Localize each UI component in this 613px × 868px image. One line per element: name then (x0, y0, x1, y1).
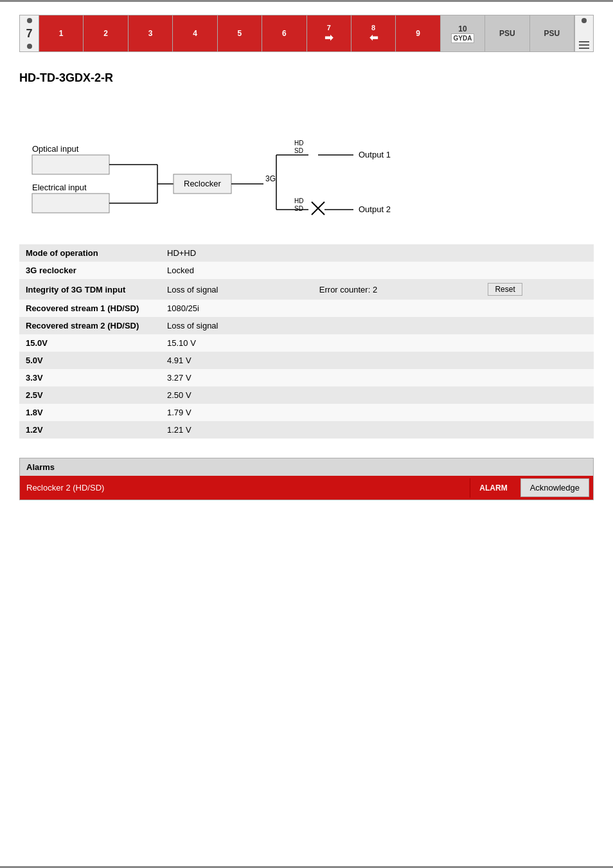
slot-2[interactable]: 2 (84, 15, 128, 51)
alarm-name: Reclocker 2 (HD/SD) (20, 478, 470, 498)
slot-1-label: 1 (59, 29, 64, 38)
psu1-label: PSU (499, 29, 515, 38)
row-label: 5.0V (19, 352, 161, 369)
row-action (481, 262, 594, 279)
table-row: Integrity of 3G TDM input Loss of signal… (19, 279, 594, 300)
row-action: Reset (481, 279, 594, 300)
row-value: Locked (161, 262, 313, 279)
table-row: 1.8V 1.79 V (19, 404, 594, 421)
slot-9[interactable]: 9 (396, 15, 440, 51)
row-value: 1.21 V (161, 421, 313, 439)
row-label: Mode of operation (19, 244, 161, 262)
slot-7-icon: ➡ (324, 32, 333, 44)
table-row: 15.0V 15.10 V (19, 334, 594, 352)
slot-psu2[interactable]: PSU (530, 15, 574, 51)
optical-input-label: Optical input (32, 144, 79, 154)
row-value: 15.10 V (161, 334, 313, 352)
format-3g-label: 3G (265, 174, 276, 183)
slot-8[interactable]: 8 ⬅ (351, 15, 396, 51)
table-row: 2.5V 2.50 V (19, 386, 594, 404)
row-extra (313, 300, 482, 317)
slot-5-label: 5 (238, 29, 242, 38)
status-table: Mode of operation HD+HD 3G reclocker Loc… (19, 244, 594, 439)
acknowledge-button[interactable]: Acknowledge (520, 478, 589, 497)
row-action (481, 317, 594, 334)
slot-indicator-right (574, 15, 593, 51)
output1-label: Output 1 (359, 150, 391, 159)
svg-rect-2 (32, 194, 109, 213)
row-label: 3G reclocker (19, 262, 161, 279)
dot-top-left (27, 18, 32, 23)
table-row: 5.0V 4.91 V (19, 352, 594, 369)
row-label: 3.3V (19, 369, 161, 386)
diagram-area: Optical input Electrical input Reclocker… (19, 100, 594, 229)
row-label: Recovered stream 1 (HD/SD) (19, 300, 161, 317)
electrical-input-label: Electrical input (32, 183, 87, 192)
slot-1[interactable]: 1 (39, 15, 84, 51)
table-row: 1.2V 1.21 V (19, 421, 594, 439)
row-value: Loss of signal (161, 279, 313, 300)
row-value: 1.79 V (161, 404, 313, 421)
dot-bottom-left (27, 44, 32, 49)
slot-2-label: 2 (103, 29, 108, 38)
output2-label: Output 2 (359, 204, 391, 214)
row-value: 4.91 V (161, 352, 313, 369)
alarm-badge: ALARM (470, 478, 516, 498)
table-row: Recovered stream 2 (HD/SD) Loss of signa… (19, 317, 594, 334)
row-label: 15.0V (19, 334, 161, 352)
page-title: HD-TD-3GDX-2-R (19, 71, 594, 85)
hd-sd-bottom-label: HD (294, 197, 303, 204)
table-row: 3G reclocker Locked (19, 262, 594, 279)
dot-top-right (582, 18, 587, 23)
table-row: Mode of operation HD+HD (19, 244, 594, 262)
row-label: 2.5V (19, 386, 161, 404)
psu2-label: PSU (544, 29, 560, 38)
slot-number: 7 (26, 23, 32, 44)
reset-button[interactable]: Reset (488, 283, 522, 296)
row-value: 1080/25i (161, 300, 313, 317)
row-value: 2.50 V (161, 386, 313, 404)
gyda-label: GYDA (451, 33, 475, 43)
row-label: 1.2V (19, 421, 161, 439)
table-row: Recovered stream 1 (HD/SD) 1080/25i (19, 300, 594, 317)
svg-rect-0 (32, 155, 109, 174)
slot-bar: 7 1 2 3 4 5 6 7 ➡ (19, 15, 594, 52)
slot-8-label: 8 (371, 24, 375, 32)
slot-3[interactable]: 3 (129, 15, 173, 51)
slot-7-label: 7 (327, 24, 331, 32)
slot-7[interactable]: 7 ➡ (307, 15, 351, 51)
row-value: HD+HD (161, 244, 313, 262)
row-label: Integrity of 3G TDM input (19, 279, 161, 300)
reclocker-label: Reclocker (184, 179, 221, 188)
slot-10[interactable]: 10 GYDA (441, 15, 485, 51)
row-action (481, 244, 594, 262)
slot-8-icon: ⬅ (369, 32, 378, 44)
row-value: Loss of signal (161, 317, 313, 334)
row-extra: Error counter: 2 (313, 279, 482, 300)
row-extra (313, 317, 482, 334)
table-row: 3.3V 3.27 V (19, 369, 594, 386)
row-label: 1.8V (19, 404, 161, 421)
alarm-row: Reclocker 2 (HD/SD) ALARM Acknowledge (20, 476, 593, 500)
slot-4-label: 4 (193, 29, 197, 38)
slot-psu1[interactable]: PSU (485, 15, 529, 51)
hd-sd-top-label: HD (294, 140, 303, 147)
slot-6-label: 6 (282, 29, 287, 38)
svg-text:SD: SD (294, 205, 303, 212)
row-extra (313, 244, 482, 262)
slot-5[interactable]: 5 (218, 15, 262, 51)
row-extra (313, 262, 482, 279)
lines-right (579, 41, 589, 49)
alarms-header: Alarms (20, 458, 593, 476)
slot-4[interactable]: 4 (173, 15, 217, 51)
row-value: 3.27 V (161, 369, 313, 386)
row-label: Recovered stream 2 (HD/SD) (19, 317, 161, 334)
slot-6[interactable]: 6 (262, 15, 306, 51)
row-action (481, 300, 594, 317)
slot-10-label: 10 (458, 24, 466, 33)
slot-3-label: 3 (148, 29, 153, 38)
alarms-section: Alarms Reclocker 2 (HD/SD) ALARM Acknowl… (19, 458, 594, 500)
slot-9-label: 9 (416, 29, 420, 38)
slot-indicator-left: 7 (20, 15, 39, 51)
svg-text:SD: SD (294, 147, 303, 154)
